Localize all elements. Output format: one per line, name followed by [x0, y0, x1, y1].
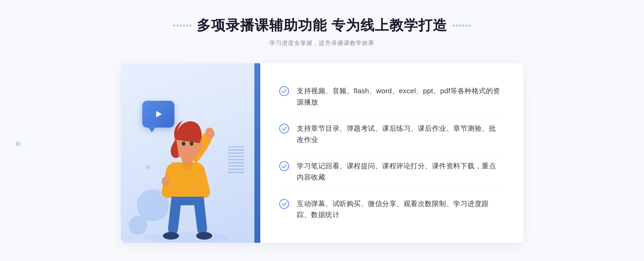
check-circle-icon-2 — [279, 124, 289, 134]
check-circle-icon-1 — [279, 86, 289, 96]
decorator-dots-right — [453, 25, 471, 27]
blue-accent-bar — [254, 63, 260, 243]
svg-point-9 — [196, 232, 212, 240]
svg-point-13 — [280, 199, 289, 208]
feature-item-3: 学习笔记回看、课程提问、课程评论打分、课件资料下载，重点内容收藏 — [279, 153, 502, 191]
feature-text-2: 支持章节目录、弹题考试、课后练习、课后作业、章节测验、批改作业 — [297, 123, 502, 145]
svg-point-10 — [280, 87, 289, 96]
feature-item-2: 支持章节目录、弹题考试、课后练习、课后作业、章节测验、批改作业 — [279, 115, 502, 153]
page-container: » 多项录播课辅助功能 专为线上教学打造 学习进度全掌握，提升录播课教学效果 — [0, 0, 644, 261]
svg-point-1 — [143, 233, 229, 242]
header-section: 多项录播课辅助功能 专为线上教学打造 学习进度全掌握，提升录播课教学效果 — [173, 16, 471, 47]
content-area: « — [121, 63, 523, 243]
illustration-area: « — [121, 63, 260, 243]
svg-point-8 — [163, 232, 179, 240]
dots-bg-left — [62, 48, 115, 102]
person-illustration — [137, 98, 239, 243]
check-circle-icon-3 — [279, 161, 289, 171]
svg-point-12 — [280, 162, 289, 171]
feature-text-4: 互动弹幕、试听购买、微信分享、观看次数限制、学习进度跟踪、数据统计 — [297, 198, 502, 221]
main-title: 多项录播课辅助功能 专为线上教学打造 — [197, 16, 447, 35]
header-decorators: 多项录播课辅助功能 专为线上教学打造 — [173, 16, 471, 35]
illustration-svg-container — [121, 93, 254, 243]
arrows-left-decoration: » — [15, 137, 21, 150]
svg-point-6 — [182, 141, 185, 146]
feature-text-1: 支持视频、音频、flash、word、excel、ppt、pdf等各种格式的资源… — [297, 85, 502, 108]
check-circle-icon-4 — [279, 199, 289, 209]
decorator-dots-left — [173, 25, 191, 27]
feature-text-3: 学习笔记回看、课程提问、课程评论打分、课件资料下载，重点内容收藏 — [297, 161, 502, 183]
feature-item-1: 支持视频、音频、flash、word、excel、ppt、pdf等各种格式的资源… — [279, 78, 502, 115]
dots-bg-right — [531, 48, 580, 96]
features-area: 支持视频、音频、flash、word、excel、ppt、pdf等各种格式的资源… — [260, 63, 523, 243]
svg-point-7 — [190, 141, 193, 146]
svg-point-11 — [280, 124, 289, 133]
sub-title: 学习进度全掌握，提升录播课教学效果 — [173, 39, 471, 47]
feature-item-4: 互动弹幕、试听购买、微信分享、观看次数限制、学习进度跟踪、数据统计 — [279, 191, 502, 228]
